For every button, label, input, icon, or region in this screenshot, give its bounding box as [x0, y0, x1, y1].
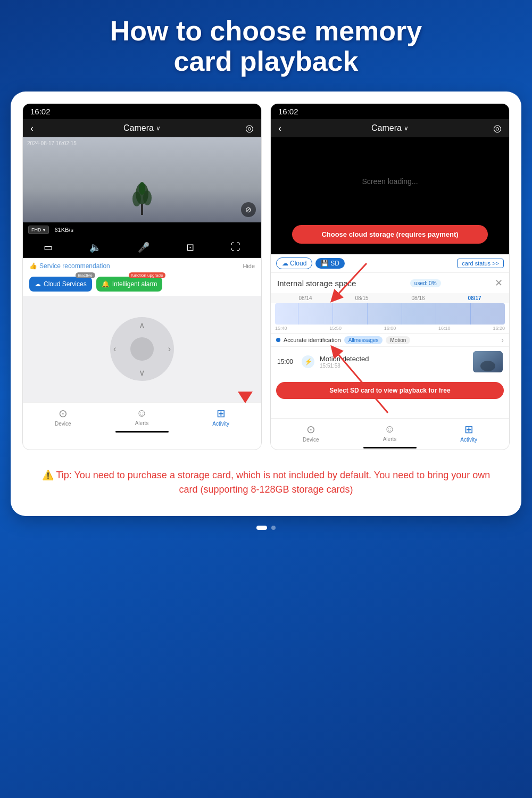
main-card: 16:02 ‹ Camera ∨ ◎ 2024-08-17 16:02:15: [11, 92, 521, 516]
tl-1600: 16:00: [384, 326, 396, 331]
accurate-id-label: Accurate identification: [284, 337, 341, 343]
cloud-tab[interactable]: ☁ Cloud: [276, 257, 312, 269]
filter-dot-icon: [276, 338, 280, 342]
dpad-down[interactable]: ∨: [139, 368, 145, 378]
dot-1[interactable]: [256, 526, 267, 530]
right-activity-icon: ⊞: [464, 423, 473, 436]
right-alerts-icon: ☺: [384, 423, 395, 435]
timeline-labels: 15:40 15:50 16:00 16:10 16:20: [271, 325, 509, 333]
fhd-badge[interactable]: FHD ▼: [28, 226, 49, 234]
dpad-right[interactable]: ›: [168, 344, 171, 354]
close-button[interactable]: ✕: [495, 277, 503, 289]
intelligent-alarm-button[interactable]: function upgrade 🔔 Intelligent alarm: [96, 277, 163, 292]
camera-label: Camera ∨: [123, 123, 161, 133]
filter-messages-button[interactable]: Allmessages: [344, 336, 383, 344]
device-icon: ⊙: [59, 407, 68, 420]
left-nav-bar: ‹ Camera ∨ ◎: [23, 119, 261, 137]
nav-alerts-left[interactable]: ☺ Alerts: [135, 407, 149, 427]
date-0814[interactable]: 08/14: [298, 295, 312, 301]
event-subtitle: 15:51:58: [320, 363, 468, 369]
right-bottom-nav: ⊙ Device ☺ Alerts ⊞ Activity: [271, 418, 509, 445]
dpad[interactable]: ∧ ∨ ‹ ›: [110, 317, 174, 381]
settings-icon[interactable]: ◎: [245, 122, 254, 134]
left-phone-screen: 16:02 ‹ Camera ∨ ◎ 2024-08-17 16:02:15: [22, 103, 262, 450]
dpad-center[interactable]: [130, 337, 154, 361]
sd-tab-row: ☁ Cloud 💾 SD card status >>: [271, 254, 509, 273]
svg-point-6: [480, 361, 495, 371]
nav-alerts-right[interactable]: ☺ Alerts: [383, 423, 397, 443]
storage-title: Internal storage space: [277, 279, 356, 288]
cloud-services-button[interactable]: inactive ☁ Cloud Services: [29, 277, 92, 292]
nav-bar-line-right: [363, 447, 417, 448]
left-status-bar: 16:02: [23, 104, 261, 119]
filter-icon[interactable]: ⊘: [241, 202, 256, 217]
dot-2[interactable]: [271, 526, 276, 530]
cloud-storage-cta-button[interactable]: Choose cloud storage (requires payment): [292, 225, 488, 244]
tl-1540: 15:40: [275, 326, 287, 331]
sd-callout-area: Select SD card to view playback for free: [271, 377, 509, 414]
speaker-icon[interactable]: 🔈: [89, 242, 101, 253]
storage-header: Internal storage space used: 0% ✕: [271, 273, 509, 293]
right-phone-screen: 16:02 ‹ Camera ∨ ◎ Screen loading... Cho…: [270, 103, 510, 450]
event-title: Motion detected: [320, 355, 468, 363]
right-nav-bar: ‹ Camera ∨ ◎: [271, 119, 509, 137]
filter-more-icon[interactable]: ›: [501, 336, 504, 344]
svg-point-3: [143, 190, 152, 205]
right-device-icon: ⊙: [306, 423, 315, 436]
right-settings-icon[interactable]: ◎: [493, 122, 502, 134]
sd-tab-icon: 💾: [321, 260, 329, 267]
filter-motion-button[interactable]: Motion: [386, 336, 410, 344]
cloud-tab-icon: ☁: [282, 260, 288, 267]
camera-controls-bar: FHD ▼ 61KB/s: [23, 222, 261, 237]
service-buttons: inactive ☁ Cloud Services function upgra…: [23, 273, 261, 296]
sd-callout-box: Select SD card to view playback for free: [276, 382, 504, 399]
inactive-badge: inactive: [76, 272, 95, 278]
camera-bottom-icons: ▭ 🔈 🎤 ⊡ ⛶: [23, 237, 261, 258]
svg-point-4: [139, 182, 145, 195]
date-0815[interactable]: 08/15: [355, 295, 368, 301]
event-time: 15:00: [277, 358, 296, 365]
activity-icon: ⊞: [217, 407, 226, 420]
tip-section: ⚠️ Tip: You need to purchase a storage c…: [22, 461, 510, 504]
nav-bar-line-left: [115, 431, 169, 433]
nav-device-right[interactable]: ⊙ Device: [303, 423, 319, 443]
nav-activity-right[interactable]: ⊞ Activity: [460, 423, 477, 443]
crop-icon[interactable]: ⊡: [186, 242, 194, 253]
svg-point-2: [132, 192, 141, 206]
timeline-bar[interactable]: [275, 303, 505, 325]
svg-rect-0: [141, 204, 143, 215]
tl-1620: 16:20: [493, 326, 505, 331]
tl-1550: 15:50: [329, 326, 342, 331]
service-rec-bar: 👍 Service recommendation Hide: [23, 258, 261, 273]
camera-timestamp: 2024-08-17 16:02:15: [27, 140, 77, 146]
dpad-up[interactable]: ∧: [139, 320, 145, 330]
date-0816[interactable]: 08/16: [411, 295, 425, 301]
back-icon[interactable]: ‹: [30, 123, 34, 134]
event-dot: ⚡: [302, 355, 314, 368]
sd-tab[interactable]: 💾 SD: [315, 258, 345, 269]
event-info: Motion detected 15:51:58: [320, 355, 468, 369]
thumbs-up-icon: 👍: [29, 262, 37, 270]
loading-text: Screen loading...: [271, 137, 509, 225]
service-rec-label: 👍 Service recommendation: [29, 262, 110, 270]
page-title: How to choose memory card playback: [11, 16, 521, 77]
card-status-button[interactable]: card status >>: [457, 259, 504, 268]
nav-activity-left[interactable]: ⊞ Activity: [212, 407, 229, 427]
video-icon[interactable]: ▭: [44, 242, 53, 253]
nav-device-left[interactable]: ⊙ Device: [55, 407, 71, 427]
hide-button[interactable]: Hide: [243, 263, 255, 269]
alarm-icon: 🔔: [102, 280, 110, 288]
fullscreen-icon[interactable]: ⛶: [231, 242, 240, 253]
date-0817[interactable]: 08/17: [468, 295, 481, 301]
upgrade-badge: function upgrade: [129, 272, 166, 278]
chevron-down-icon: ∨: [156, 124, 161, 132]
right-back-icon[interactable]: ‹: [278, 123, 281, 134]
right-chevron-icon: ∨: [404, 124, 409, 132]
warning-icon: ⚠️: [42, 470, 54, 480]
event-thumbnail[interactable]: [473, 351, 503, 372]
right-time: 16:02: [278, 107, 298, 116]
mic-icon[interactable]: 🎤: [138, 242, 149, 253]
tip-text: ⚠️ Tip: You need to purchase a storage c…: [33, 468, 499, 497]
right-camera-label: Camera ∨: [371, 123, 409, 133]
dpad-left[interactable]: ‹: [113, 344, 116, 354]
